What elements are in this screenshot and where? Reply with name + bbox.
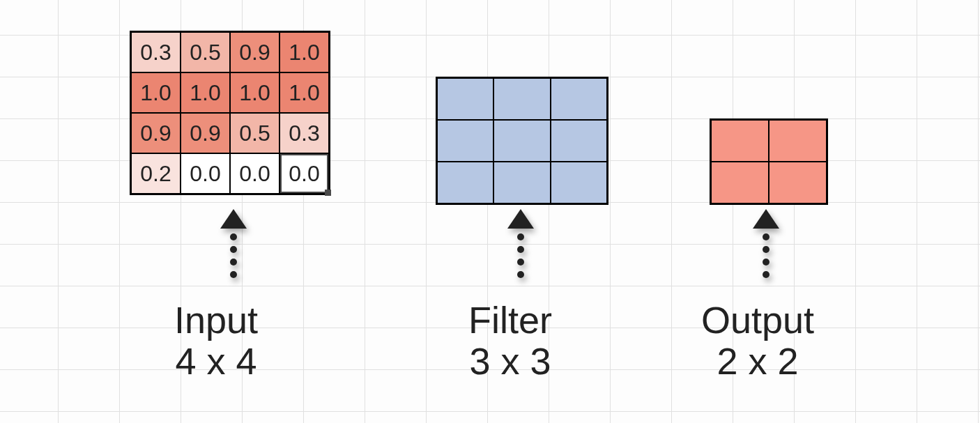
svg-point-8 (517, 259, 524, 266)
input-cell: 0.3 (131, 32, 181, 72)
input-cell: 0.0 (230, 153, 280, 194)
svg-point-6 (517, 233, 524, 240)
input-matrix: 0.30.50.91.01.01.01.01.00.90.90.50.30.20… (130, 31, 330, 195)
filter-matrix (436, 77, 608, 205)
filter-label: Filter 3 x 3 (468, 300, 552, 383)
input-label: Input 4 x 4 (174, 300, 258, 383)
output-dims: 2 x 2 (701, 341, 814, 382)
svg-point-3 (230, 259, 237, 266)
input-cell: 1.0 (131, 72, 181, 113)
filter-cell (551, 162, 607, 203)
filter-cell (493, 162, 550, 203)
input-cell: 0.0 (181, 153, 230, 194)
arrow-up-icon (749, 209, 783, 286)
input-cell: 0.5 (230, 113, 280, 153)
svg-point-1 (230, 233, 237, 240)
svg-point-14 (763, 271, 770, 278)
output-cell (711, 120, 769, 162)
diagram-stage: 0.30.50.91.01.01.01.01.00.90.90.50.30.20… (0, 0, 980, 423)
input-cell: 0.3 (280, 113, 329, 153)
svg-marker-10 (753, 209, 779, 229)
input-dims: 4 x 4 (174, 341, 258, 382)
input-cell: 0.5 (181, 32, 230, 72)
filter-cell (437, 78, 493, 120)
svg-point-9 (517, 271, 524, 278)
svg-point-2 (230, 246, 237, 253)
filter-cell (493, 78, 550, 120)
input-title: Input (174, 300, 258, 341)
arrow-up-icon (216, 209, 251, 286)
output-cell (711, 162, 769, 203)
input-cell: 0.9 (181, 113, 230, 153)
filter-cell (551, 78, 607, 120)
filter-cell (437, 162, 493, 203)
svg-point-7 (517, 246, 524, 253)
filter-cell (437, 120, 493, 162)
input-cell: 1.0 (230, 72, 280, 113)
input-cell: 1.0 (280, 32, 329, 72)
output-matrix (710, 118, 828, 205)
input-cell: 0.2 (131, 153, 181, 194)
input-cell: 0.9 (131, 113, 181, 153)
filter-cell (551, 120, 607, 162)
filter-dims: 3 x 3 (468, 341, 552, 382)
svg-point-4 (230, 271, 237, 278)
input-cell: 1.0 (181, 72, 230, 113)
filter-title: Filter (468, 300, 552, 341)
svg-point-13 (763, 259, 770, 266)
output-title: Output (701, 300, 814, 341)
output-label: Output 2 x 2 (701, 300, 814, 383)
output-cell (769, 162, 827, 203)
arrow-up-icon (503, 209, 538, 286)
input-cell: 0.0 (280, 153, 329, 194)
svg-marker-5 (507, 209, 534, 229)
input-cell: 1.0 (280, 72, 329, 113)
filter-cell (493, 120, 550, 162)
output-cell (769, 120, 827, 162)
input-cell: 0.9 (230, 32, 280, 72)
svg-marker-0 (220, 209, 247, 229)
svg-point-12 (763, 246, 770, 253)
svg-point-11 (763, 233, 770, 240)
